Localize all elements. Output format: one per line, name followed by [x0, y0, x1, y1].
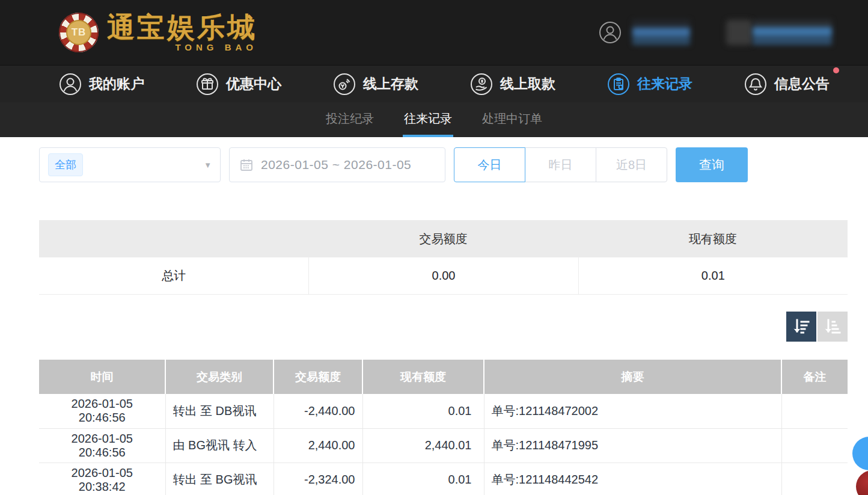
nav-label: 优惠中心: [226, 75, 281, 93]
user-avatar-icon: [599, 21, 622, 44]
category-selected-tag[interactable]: 全部: [48, 153, 83, 176]
notice-icon: [744, 73, 767, 96]
brand-name-cn: 通宝娱乐城: [107, 13, 257, 41]
sort-controls: [39, 312, 848, 342]
cell-type: 转出 至 BG视讯: [165, 463, 274, 495]
col-header-amount: 交易额度: [274, 360, 362, 394]
notification-badge: [833, 67, 839, 73]
deposit-icon: [333, 73, 356, 96]
top-header: TB 通宝娱乐城 TONG BAO: [0, 0, 868, 65]
summary-header-amount: 交易额度: [308, 220, 578, 257]
calendar-icon: [239, 158, 254, 172]
account-icon: [59, 73, 82, 96]
casino-chip-icon: TB: [59, 13, 99, 52]
cell-summary: 单号:121148471995: [484, 428, 781, 463]
summary-total-label: 总计: [39, 257, 308, 294]
sort-descending-icon: [792, 317, 811, 336]
floating-promo-button[interactable]: [856, 470, 868, 495]
cell-summary: 单号:121148472002: [484, 394, 781, 428]
cell-amount: -2,440.00: [274, 394, 362, 428]
brand-text: 通宝娱乐城 TONG BAO: [107, 13, 257, 52]
redacted-username: [632, 20, 690, 45]
col-header-time: 时间: [39, 360, 165, 394]
records-icon: [607, 73, 630, 96]
nav-item-transaction-records[interactable]: 往来记录: [607, 73, 692, 96]
tab-betting-records[interactable]: 投注纪录: [325, 102, 375, 137]
record-subtabs: 投注纪录 往来记录 处理中订单: [0, 102, 868, 137]
cell-balance: 0.01: [362, 394, 484, 428]
nav-item-announcements[interactable]: 信息公告: [744, 73, 830, 96]
nav-label: 线上存款: [363, 75, 418, 93]
nav-label: 信息公告: [774, 75, 830, 93]
nav-item-promotions[interactable]: 优惠中心: [196, 73, 281, 96]
filter-bar: 全部 ▼ 2026-01-05 ~ 2026-01-05 今日 昨日 近8日 查…: [39, 147, 868, 182]
cell-time: 2026-01-05 20:46:56: [39, 428, 165, 463]
chevron-down-icon: ▼: [204, 161, 212, 170]
cell-time: 2026-01-05 20:38:42: [39, 463, 165, 495]
sort-ascending-button[interactable]: [818, 312, 848, 342]
brand-name-en: TONG BAO: [107, 43, 257, 52]
cell-time: 2026-01-05 20:46:56: [39, 394, 165, 428]
sort-descending-button[interactable]: [786, 312, 816, 342]
cell-balance: 0.01: [362, 463, 484, 495]
table-row: 2026-01-05 20:46:56 转出 至 DB视讯 -2,440.00 …: [39, 394, 848, 428]
summary-total-row: 总计 0.00 0.01: [39, 257, 848, 295]
col-header-note: 备注: [781, 360, 848, 394]
query-button[interactable]: 查询: [676, 147, 748, 182]
tab-pending-orders[interactable]: 处理中订单: [481, 102, 543, 137]
quick-range-group: 今日 昨日 近8日: [454, 147, 667, 182]
floating-service-button[interactable]: [852, 437, 868, 470]
date-range-value: 2026-01-05 ~ 2026-01-05: [261, 158, 411, 172]
table-header-row: 时间 交易类别 交易额度 现有额度 摘要 备注: [39, 360, 848, 394]
cell-amount: -2,324.00: [274, 463, 362, 495]
cell-summary: 单号:121148442542: [484, 463, 781, 495]
col-header-type: 交易类别: [165, 360, 274, 394]
summary-total-amount: 0.00: [308, 257, 578, 294]
cell-type: 由 BG视讯 转入: [165, 428, 274, 463]
nav-label: 线上取款: [500, 75, 555, 93]
table-row: 2026-01-05 20:38:42 转出 至 BG视讯 -2,324.00 …: [39, 463, 848, 495]
withdraw-icon: [470, 73, 493, 96]
user-area: [599, 20, 832, 45]
cell-amount: 2,440.00: [274, 428, 362, 463]
nav-item-deposit[interactable]: 线上存款: [333, 73, 418, 96]
col-header-balance: 现有额度: [362, 360, 484, 394]
yesterday-button[interactable]: 昨日: [525, 147, 596, 182]
last-8-days-button[interactable]: 近8日: [596, 147, 667, 182]
nav-item-withdraw[interactable]: 线上取款: [470, 73, 555, 96]
cell-note: [781, 394, 848, 428]
transactions-table: 时间 交易类别 交易额度 现有额度 摘要 备注 2026-01-05 20:46…: [39, 360, 848, 495]
cell-balance: 2,440.01: [362, 428, 484, 463]
summary-total-balance: 0.01: [578, 257, 848, 294]
chip-monogram: TB: [66, 20, 91, 45]
tab-transaction-records[interactable]: 往来记录: [403, 102, 453, 137]
nav-item-my-account[interactable]: 我的账户: [59, 73, 144, 96]
date-range-input[interactable]: 2026-01-05 ~ 2026-01-05: [229, 147, 445, 182]
summary-table: 交易额度 现有额度 总计 0.00 0.01: [39, 220, 848, 295]
nav-label: 往来记录: [637, 75, 692, 93]
table-row: 2026-01-05 20:46:56 由 BG视讯 转入 2,440.00 2…: [39, 428, 848, 463]
redacted-avatar: [726, 20, 753, 45]
nav-label: 我的账户: [89, 75, 144, 93]
today-button[interactable]: 今日: [454, 147, 525, 182]
sort-ascending-icon: [823, 317, 842, 336]
cell-type: 转出 至 DB视讯: [165, 394, 274, 428]
summary-header-empty: [39, 220, 308, 257]
cell-note: [781, 463, 848, 495]
main-nav: 我的账户 优惠中心 线上存款 线上取款: [0, 65, 868, 102]
redacted-balance: [753, 20, 832, 45]
summary-header-row: 交易额度 现有额度: [39, 220, 848, 257]
brand-logo[interactable]: TB 通宝娱乐城 TONG BAO: [59, 13, 257, 52]
redacted-balance-area: [726, 20, 832, 45]
cell-note: [781, 428, 848, 463]
summary-header-balance: 现有额度: [578, 220, 848, 257]
category-select[interactable]: 全部 ▼: [39, 147, 221, 182]
promo-icon: [196, 73, 219, 96]
col-header-summary: 摘要: [484, 360, 781, 394]
